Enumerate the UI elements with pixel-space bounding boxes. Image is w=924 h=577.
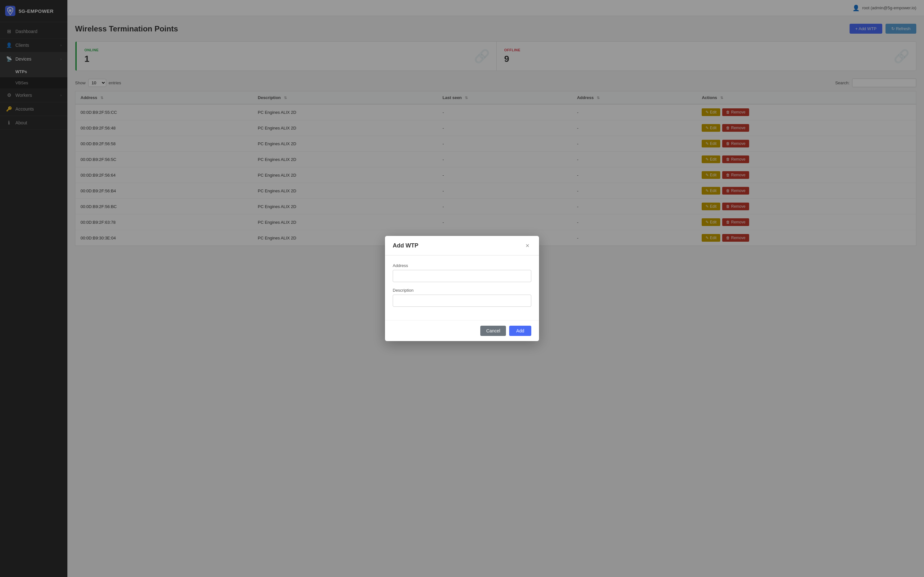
add-button[interactable]: Add — [509, 326, 531, 336]
description-input[interactable] — [393, 295, 531, 307]
modal-body: Address Description — [385, 255, 539, 320]
cancel-button[interactable]: Cancel — [480, 326, 506, 336]
address-form-label: Address — [393, 263, 531, 268]
address-input[interactable] — [393, 270, 531, 282]
description-form-group: Description — [393, 288, 531, 307]
modal-header: Add WTP × — [385, 236, 539, 255]
modal-overlay: Add WTP × Address Description Cancel Add — [0, 0, 924, 577]
add-wtp-modal: Add WTP × Address Description Cancel Add — [385, 236, 539, 341]
modal-title: Add WTP — [393, 242, 418, 249]
modal-close-button[interactable]: × — [523, 242, 531, 250]
modal-footer: Cancel Add — [385, 320, 539, 341]
address-form-group: Address — [393, 263, 531, 282]
description-form-label: Description — [393, 288, 531, 293]
